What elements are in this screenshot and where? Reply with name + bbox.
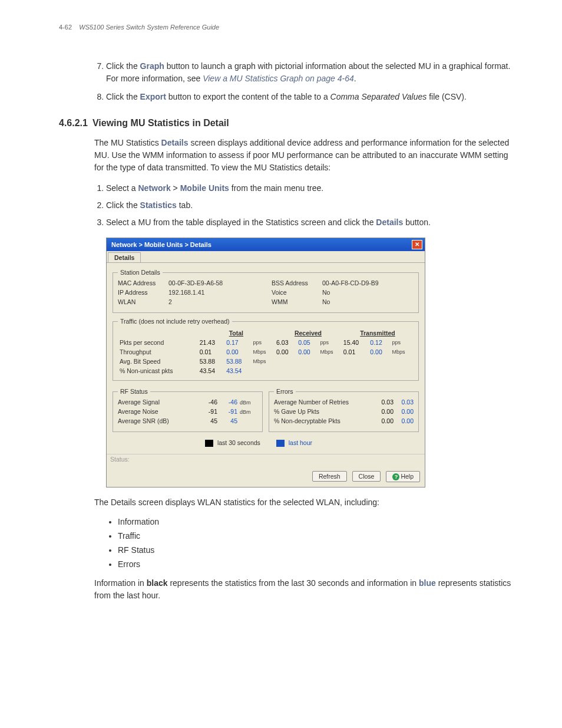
errors-legend: Errors (274, 388, 296, 395)
graph-term: Graph (140, 61, 164, 71)
page-number: 4-62 (59, 24, 72, 31)
after-paragraph-1: The Details screen displays WLAN statist… (94, 496, 515, 509)
book-title: WS5100 Series Switch System Reference Gu… (79, 24, 219, 31)
tab-details[interactable]: Details (108, 252, 141, 262)
help-button[interactable]: ?Help (386, 471, 420, 482)
top-steps: Click the Graph button to launch a graph… (94, 60, 515, 103)
substep-3: Select a MU from the table displayed in … (106, 216, 515, 229)
black-swatch-icon (205, 440, 213, 447)
substep-1: Select a Network > Mobile Units from the… (106, 182, 515, 195)
rf-status-fieldset: RF Status Average Signal-46-46dBm Averag… (113, 388, 263, 432)
traffic-legend: Traffic (does not include retry overhead… (118, 318, 232, 325)
help-icon: ? (392, 473, 399, 480)
table-row: Avg. Bit Speed 53.8853.88Mbps (118, 357, 414, 366)
errors-fieldset: Errors Average Number of Retries0.030.03… (269, 388, 419, 432)
blue-term: blue (419, 578, 436, 588)
substeps: Select a Network > Mobile Units from the… (94, 182, 515, 229)
black-term: black (147, 578, 168, 588)
close-icon[interactable]: ✕ (412, 240, 422, 249)
traffic-table: Total Received Transmitted Pkts per seco… (118, 328, 414, 375)
legend-row: last 30 seconds last hour (113, 437, 419, 450)
table-row: Pkts per second 21.430.17pps 6.030.05pps… (118, 338, 414, 347)
station-legend: Station Details (118, 269, 163, 276)
refresh-button[interactable]: Refresh (312, 471, 347, 482)
step-8: Click the Export button to export the co… (106, 91, 515, 103)
blue-swatch-icon (276, 440, 285, 447)
station-details-fieldset: Station Details MAC Address00-0F-3D-E9-A… (113, 269, 419, 313)
table-row: % Non-unicast pkts 43.5443.54 (118, 366, 414, 375)
details-window: Network > Mobile Units > Details ✕ Detai… (106, 238, 425, 487)
panel: Station Details MAC Address00-0F-3D-E9-A… (107, 262, 425, 454)
intro-paragraph: The MU Statistics Details screen display… (94, 137, 515, 174)
station-left-col: MAC Address00-0F-3D-E9-A6-58 IP Address1… (118, 279, 260, 308)
list-item: Traffic (118, 531, 515, 541)
rf-legend: RF Status (118, 388, 150, 395)
section-heading: 4.6.2.1Viewing MU Statistics in Detail (59, 118, 515, 129)
graph-link[interactable]: View a MU Statistics Graph on page 4-64 (203, 74, 354, 83)
page-header: 4-62 WS5100 Series Switch System Referen… (59, 24, 515, 31)
traffic-fieldset: Traffic (does not include retry overhead… (113, 318, 419, 381)
export-term: Export (140, 92, 166, 101)
legend-30s: last 30 seconds (217, 439, 260, 446)
details-term: Details (161, 138, 189, 147)
status-label: Status: (107, 454, 425, 469)
list-item: Information (118, 517, 515, 526)
station-right-col: BSS Address00-A0-F8-CD-D9-B9 VoiceNo WMM… (272, 279, 414, 308)
table-row: Throughput 0.010.00Mbps 0.000.00Mbps 0.0… (118, 347, 414, 357)
csv-italic: Comma Separated Values (330, 92, 427, 101)
button-row: Refresh Close ?Help (107, 469, 425, 487)
list-item: Errors (118, 559, 515, 569)
bullets-list: Information Traffic RF Status Errors (106, 517, 515, 569)
substep-2: Click the Statistics tab. (106, 199, 515, 212)
step-7: Click the Graph button to launch a graph… (106, 60, 515, 85)
legend-hour: last hour (289, 439, 312, 446)
after-paragraph-2: Information in black represents the stat… (94, 577, 515, 602)
tab-row: Details (107, 251, 425, 262)
titlebar: Network > Mobile Units > Details ✕ (107, 238, 425, 251)
list-item: RF Status (118, 545, 515, 555)
close-button[interactable]: Close (352, 471, 381, 482)
window-title: Network > Mobile Units > Details (111, 241, 211, 248)
